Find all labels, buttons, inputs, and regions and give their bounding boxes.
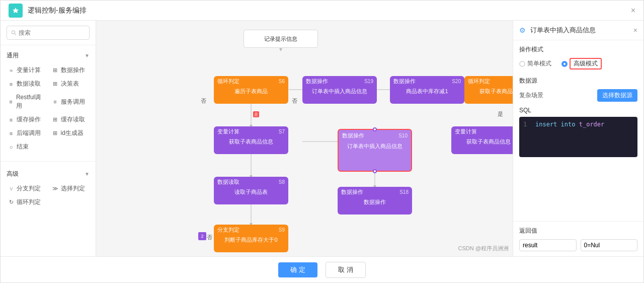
search-container[interactable]: [7, 26, 90, 40]
mode-advanced-radio[interactable]: [561, 61, 568, 67]
sql-line-num: 1: [523, 121, 531, 128]
node-loop1[interactable]: 循环判定 S6 遍历子表商品: [214, 76, 288, 104]
sidebar-item-label: 缓存操作: [17, 115, 41, 124]
return-label: 返回值: [519, 227, 637, 235]
node-data-op3-id: S10: [398, 133, 408, 138]
general-section-header[interactable]: 通用 ▼: [1, 49, 96, 62]
node-data-op2[interactable]: 数据操作 S20 商品表中库存减1: [390, 76, 464, 104]
sidebar-item-branch[interactable]: ⑂ 分支判定: [5, 182, 48, 195]
sidebar-item-data-read[interactable]: ≡ 数据读取: [5, 78, 48, 90]
select-icon: ≫: [52, 185, 59, 192]
node-var-calc1[interactable]: 变量计算 S7 获取子表商品信息: [214, 126, 288, 154]
arrow-label-yes-loop2: 是: [498, 110, 503, 118]
mode-simple-btn[interactable]: 简单模式: [519, 59, 551, 68]
close-icon[interactable]: ×: [631, 6, 635, 15]
node-loop2[interactable]: 循环判定 S13 获取子表商品信息: [464, 76, 513, 104]
node-branch1[interactable]: 分支判定 S9 判断子商品库存大于0: [214, 225, 288, 252]
node-data-op1[interactable]: 数据操作 S19 订单表中插入商品信息: [302, 76, 377, 104]
mode-advanced-btn[interactable]: 高级模式: [561, 58, 602, 69]
panel-close-button[interactable]: ×: [633, 26, 637, 34]
sidebar-item-variable-calc[interactable]: ≈ 变量计算: [5, 64, 48, 77]
mode-buttons: 简单模式 高级模式: [519, 58, 637, 69]
search-input[interactable]: [19, 29, 85, 36]
node-loop2-title: 循环判定: [468, 78, 490, 85]
sidebar-item-label: 循环判定: [17, 198, 41, 206]
mode-simple-radio[interactable]: [519, 61, 525, 67]
panel-title-row: ⚙ 订单表中插入商品信息: [519, 26, 596, 35]
sidebar-item-label: 服务调用: [61, 98, 85, 106]
mode-label: 操作模式: [519, 45, 637, 54]
sidebar-item-label: 选择判定: [61, 184, 85, 193]
node-data-op4-title: 数据操作: [341, 188, 363, 196]
node-data-op2-id: S20: [452, 79, 461, 84]
node-loop1-title: 循环判定: [217, 78, 239, 85]
advanced-section-header[interactable]: 高级 ▼: [1, 168, 96, 180]
sql-section: SQL 1 insert into t_order: [513, 107, 643, 162]
node-data-op4-content: 数据操作: [338, 197, 412, 207]
canvas-area[interactable]: 记录提示信息 循环判定 S6 遍历子表商品 否 数据操作 S19 订单表中插入商…: [96, 21, 513, 256]
node-var-calc2[interactable]: 变量计算 S21 获取子表商品信息: [451, 126, 513, 154]
return-type-input[interactable]: [581, 239, 638, 251]
end-icon: ○: [8, 144, 15, 151]
confirm-button[interactable]: 确 定: [278, 262, 317, 277]
node-data-op4-id: S18: [399, 189, 409, 195]
node-branch1-title: 分支判定: [217, 226, 239, 234]
sidebar-item-service-call[interactable]: ≡ 服务调用: [49, 91, 92, 112]
sidebar-item-select[interactable]: ≫ 选择判定: [49, 182, 92, 195]
sidebar: 通用 ▼ ≈ 变量计算 ⊞ 数据操作 ≡ 数据读取: [1, 21, 96, 256]
sidebar-item-end[interactable]: ○ 结束: [5, 140, 48, 153]
datasource-label: 数据源: [519, 77, 637, 85]
datasource-scenario-label: 复杂场景: [519, 91, 543, 100]
return-row: [519, 239, 637, 251]
mode-advanced-label: 高级模式: [570, 58, 602, 69]
select-datasource-button[interactable]: 选择数据源: [597, 89, 637, 102]
node-record-label: 记录提示信息: [264, 35, 297, 43]
data-op-icon: ⊞: [52, 67, 59, 74]
sidebar-item-id-gen[interactable]: ⊞ id生成器: [49, 127, 92, 139]
bottom-bar: 确 定 取 消: [1, 256, 643, 282]
restful-icon: ≡: [8, 98, 14, 105]
sidebar-item-data-op[interactable]: ⊞ 数据操作: [49, 64, 92, 77]
sidebar-item-loop[interactable]: ↻ 循环判定: [5, 196, 48, 208]
sidebar-item-decision-table[interactable]: ⊞ 决策表: [49, 78, 92, 90]
cancel-button[interactable]: 取 消: [326, 262, 366, 278]
node-loop1-badge: 是: [253, 111, 259, 117]
node-data-read[interactable]: 数据读取 S8 读取子商品表: [214, 177, 288, 204]
node-data-op4[interactable]: 数据操作 S18 数据操作: [338, 187, 412, 215]
sidebar-item-restful[interactable]: ≡ Restful调用: [5, 91, 48, 112]
sql-table-name: t_order: [579, 121, 605, 128]
branch-icon: ⑂: [8, 185, 15, 192]
sidebar-item-label: 分支判定: [17, 184, 41, 193]
id-gen-icon: ⊞: [52, 130, 59, 137]
search-icon: [11, 30, 17, 36]
sidebar-item-cache-op[interactable]: ≡ 缓存操作: [5, 113, 48, 126]
sql-editor[interactable]: 1 insert into t_order: [519, 117, 637, 157]
panel-title: 订单表中插入商品信息: [530, 26, 596, 35]
sql-label: SQL: [519, 107, 637, 114]
sidebar-item-cache-read[interactable]: ⊞ 缓存读取: [49, 113, 92, 126]
sidebar-item-label: 变量计算: [17, 66, 41, 75]
canvas-connections: [96, 21, 513, 256]
sidebar-item-callback[interactable]: ≡ 后端调用: [5, 127, 48, 139]
node-data-op1-content: 订单表中插入商品信息: [302, 87, 377, 96]
node-data-op3-content: 订单表中插入商品信息: [339, 142, 411, 151]
sidebar-item-label: 缓存读取: [61, 115, 85, 124]
watermark: CSDN @程序员洲洲: [458, 245, 509, 252]
search-bar: [1, 21, 96, 45]
advanced-items: ⑂ 分支判定 ≫ 选择判定 ↻ 循环判定: [1, 180, 96, 210]
return-field-input[interactable]: [519, 239, 577, 251]
sidebar-divider: [1, 161, 96, 162]
node-var-calc1-id: S7: [279, 129, 285, 134]
node-data-op3-title: 数据操作: [342, 132, 364, 139]
return-section: 返回值: [513, 221, 643, 256]
general-section: 通用 ▼ ≈ 变量计算 ⊞ 数据操作 ≡ 数据读取: [1, 45, 96, 159]
variable-calc-icon: ≈: [8, 67, 15, 74]
decision-table-icon: ⊞: [52, 81, 59, 88]
node-data-op3[interactable]: 数据操作 S10 订单表中插入商品信息: [338, 129, 412, 172]
node-data-read-id: S8: [279, 179, 285, 185]
node-record[interactable]: 记录提示信息: [244, 30, 318, 48]
advanced-section-title: 高级: [7, 170, 19, 178]
loop-icon: ↻: [8, 199, 15, 206]
mode-simple-label: 简单模式: [527, 59, 551, 68]
svg-line-1: [15, 33, 16, 35]
